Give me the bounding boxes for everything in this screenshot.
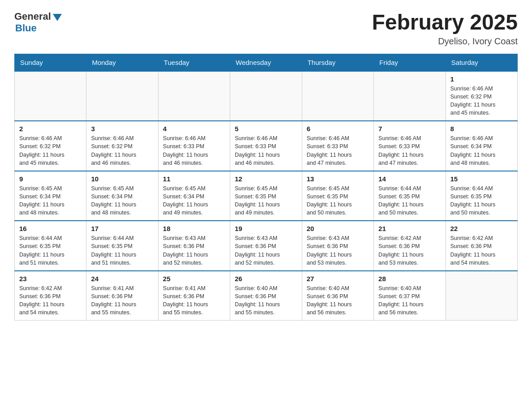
day-number: 5 (235, 125, 297, 133)
calendar-week-row-3: 16Sunrise: 6:44 AMSunset: 6:35 PMDayligh… (15, 221, 518, 271)
calendar-cell-w1-d5: 7Sunrise: 6:46 AMSunset: 6:33 PMDaylight… (374, 121, 446, 171)
calendar-cell-w0-d1 (86, 71, 158, 121)
day-info: Sunrise: 6:45 AMSunset: 6:35 PMDaylight:… (235, 184, 297, 217)
day-info: Sunrise: 6:46 AMSunset: 6:33 PMDaylight:… (163, 134, 225, 167)
calendar-cell-w1-d0: 2Sunrise: 6:46 AMSunset: 6:32 PMDaylight… (15, 121, 86, 171)
day-number: 27 (307, 275, 369, 283)
calendar-cell-w2-d4: 13Sunrise: 6:45 AMSunset: 6:35 PMDayligh… (302, 171, 373, 221)
month-title: February 2025 (372, 11, 518, 34)
calendar-cell-w0-d3 (230, 71, 302, 121)
header-tuesday: Tuesday (158, 54, 230, 71)
day-info: Sunrise: 6:46 AMSunset: 6:33 PMDaylight:… (235, 134, 297, 167)
header-saturday: Saturday (446, 54, 517, 71)
calendar-week-row-2: 9Sunrise: 6:45 AMSunset: 6:34 PMDaylight… (15, 171, 518, 221)
day-number: 16 (19, 225, 82, 232)
calendar-cell-w4-d5: 28Sunrise: 6:40 AMSunset: 6:37 PMDayligh… (374, 271, 446, 321)
day-info: Sunrise: 6:41 AMSunset: 6:36 PMDaylight:… (163, 284, 225, 317)
day-number: 26 (235, 275, 297, 283)
calendar-cell-w3-d6: 22Sunrise: 6:42 AMSunset: 6:36 PMDayligh… (446, 221, 517, 271)
calendar-cell-w2-d2: 11Sunrise: 6:45 AMSunset: 6:34 PMDayligh… (158, 171, 230, 221)
calendar-header-row: Sunday Monday Tuesday Wednesday Thursday… (15, 54, 518, 71)
day-number: 1 (450, 75, 513, 83)
day-number: 25 (163, 275, 225, 283)
logo-blue-text: Blue (15, 22, 37, 34)
calendar-cell-w3-d4: 20Sunrise: 6:43 AMSunset: 6:36 PMDayligh… (302, 221, 373, 271)
calendar-cell-w1-d4: 6Sunrise: 6:46 AMSunset: 6:33 PMDaylight… (302, 121, 373, 171)
day-number: 10 (91, 175, 153, 183)
page-header: General Blue February 2025 Dyeliso, Ivor… (14, 11, 518, 47)
day-number: 13 (307, 175, 369, 183)
day-number: 19 (235, 225, 297, 232)
day-number: 20 (307, 225, 369, 232)
calendar-cell-w3-d5: 21Sunrise: 6:42 AMSunset: 6:36 PMDayligh… (374, 221, 446, 271)
day-number: 8 (450, 125, 513, 133)
calendar-cell-w3-d1: 17Sunrise: 6:44 AMSunset: 6:35 PMDayligh… (86, 221, 158, 271)
day-info: Sunrise: 6:46 AMSunset: 6:34 PMDaylight:… (450, 134, 513, 167)
header-friday: Friday (374, 54, 446, 71)
day-number: 9 (19, 175, 82, 183)
day-info: Sunrise: 6:43 AMSunset: 6:36 PMDaylight:… (163, 234, 225, 267)
calendar-cell-w3-d3: 19Sunrise: 6:43 AMSunset: 6:36 PMDayligh… (230, 221, 302, 271)
calendar-cell-w4-d3: 26Sunrise: 6:40 AMSunset: 6:36 PMDayligh… (230, 271, 302, 321)
calendar-cell-w0-d2 (158, 71, 230, 121)
day-info: Sunrise: 6:46 AMSunset: 6:33 PMDaylight:… (378, 134, 441, 167)
day-info: Sunrise: 6:46 AMSunset: 6:32 PMDaylight:… (91, 134, 153, 167)
calendar-cell-w1-d6: 8Sunrise: 6:46 AMSunset: 6:34 PMDaylight… (446, 121, 517, 171)
calendar-cell-w0-d0 (15, 71, 86, 121)
day-info: Sunrise: 6:44 AMSunset: 6:35 PMDaylight:… (19, 234, 82, 267)
day-number: 28 (378, 275, 441, 283)
header-sunday: Sunday (15, 54, 86, 71)
day-info: Sunrise: 6:46 AMSunset: 6:32 PMDaylight:… (450, 85, 513, 117)
day-info: Sunrise: 6:41 AMSunset: 6:36 PMDaylight:… (91, 284, 153, 317)
title-section: February 2025 Dyeliso, Ivory Coast (372, 11, 518, 47)
calendar-cell-w3-d0: 16Sunrise: 6:44 AMSunset: 6:35 PMDayligh… (15, 221, 86, 271)
calendar-cell-w3-d2: 18Sunrise: 6:43 AMSunset: 6:36 PMDayligh… (158, 221, 230, 271)
day-number: 6 (307, 125, 369, 133)
day-info: Sunrise: 6:44 AMSunset: 6:35 PMDaylight:… (378, 184, 441, 217)
day-info: Sunrise: 6:45 AMSunset: 6:34 PMDaylight:… (91, 184, 153, 217)
logo-general-text: General (14, 11, 51, 22)
day-number: 17 (91, 225, 153, 232)
logo: General Blue (14, 11, 62, 34)
day-number: 11 (163, 175, 225, 183)
calendar-cell-w2-d0: 9Sunrise: 6:45 AMSunset: 6:34 PMDaylight… (15, 171, 86, 221)
header-monday: Monday (86, 54, 158, 71)
calendar-cell-w2-d3: 12Sunrise: 6:45 AMSunset: 6:35 PMDayligh… (230, 171, 302, 221)
day-info: Sunrise: 6:46 AMSunset: 6:32 PMDaylight:… (19, 134, 82, 167)
day-number: 7 (378, 125, 441, 133)
calendar-cell-w4-d1: 24Sunrise: 6:41 AMSunset: 6:36 PMDayligh… (86, 271, 158, 321)
day-info: Sunrise: 6:40 AMSunset: 6:36 PMDaylight:… (235, 284, 297, 317)
day-info: Sunrise: 6:45 AMSunset: 6:34 PMDaylight:… (19, 184, 82, 217)
day-info: Sunrise: 6:42 AMSunset: 6:36 PMDaylight:… (450, 234, 513, 267)
calendar-cell-w4-d0: 23Sunrise: 6:42 AMSunset: 6:36 PMDayligh… (15, 271, 86, 321)
day-info: Sunrise: 6:45 AMSunset: 6:34 PMDaylight:… (163, 184, 225, 217)
calendar-cell-w2-d1: 10Sunrise: 6:45 AMSunset: 6:34 PMDayligh… (86, 171, 158, 221)
calendar-table: Sunday Monday Tuesday Wednesday Thursday… (14, 54, 518, 321)
calendar-cell-w1-d1: 3Sunrise: 6:46 AMSunset: 6:32 PMDaylight… (86, 121, 158, 171)
calendar-cell-w0-d4 (302, 71, 373, 121)
calendar-cell-w2-d5: 14Sunrise: 6:44 AMSunset: 6:35 PMDayligh… (374, 171, 446, 221)
day-info: Sunrise: 6:43 AMSunset: 6:36 PMDaylight:… (307, 234, 369, 267)
calendar-cell-w1-d2: 4Sunrise: 6:46 AMSunset: 6:33 PMDaylight… (158, 121, 230, 171)
day-number: 23 (19, 275, 82, 283)
calendar-week-row-4: 23Sunrise: 6:42 AMSunset: 6:36 PMDayligh… (15, 271, 518, 321)
calendar-cell-w0-d5 (374, 71, 446, 121)
calendar-cell-w4-d6 (446, 271, 517, 321)
day-info: Sunrise: 6:42 AMSunset: 6:36 PMDaylight:… (19, 284, 82, 317)
day-number: 24 (91, 275, 153, 283)
day-number: 21 (378, 225, 441, 232)
header-wednesday: Wednesday (230, 54, 302, 71)
day-number: 12 (235, 175, 297, 183)
day-number: 14 (378, 175, 441, 183)
day-number: 22 (450, 225, 513, 232)
calendar-week-row-0: 1Sunrise: 6:46 AMSunset: 6:32 PMDaylight… (15, 71, 518, 121)
day-info: Sunrise: 6:45 AMSunset: 6:35 PMDaylight:… (307, 184, 369, 217)
header-thursday: Thursday (302, 54, 373, 71)
calendar-cell-w0-d6: 1Sunrise: 6:46 AMSunset: 6:32 PMDaylight… (446, 71, 517, 121)
day-info: Sunrise: 6:43 AMSunset: 6:36 PMDaylight:… (235, 234, 297, 267)
day-info: Sunrise: 6:44 AMSunset: 6:35 PMDaylight:… (450, 184, 513, 217)
day-number: 15 (450, 175, 513, 183)
location-label: Dyeliso, Ivory Coast (372, 36, 518, 47)
day-number: 4 (163, 125, 225, 133)
calendar-cell-w4-d2: 25Sunrise: 6:41 AMSunset: 6:36 PMDayligh… (158, 271, 230, 321)
